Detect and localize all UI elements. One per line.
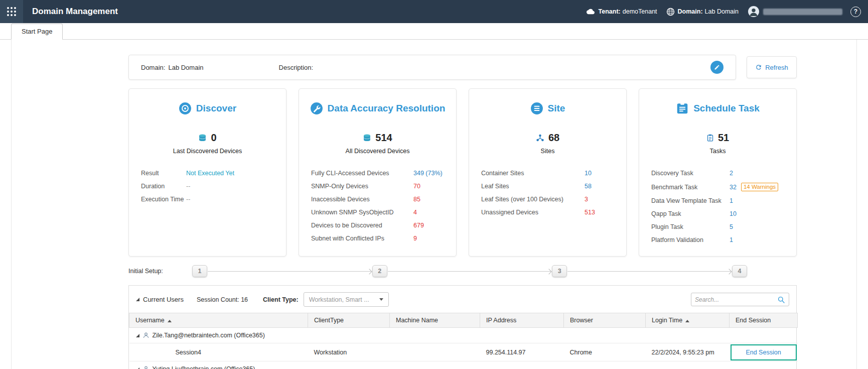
stat-row: Discovery Task2 [651,170,784,177]
data-accuracy-resolution-title[interactable]: Data Accuracy Resolution [299,102,456,115]
initial-setup-label: Initial Setup: [128,268,192,275]
help-icon[interactable]: ? [850,7,861,17]
group-username: Yuting.Liu@netbrain.com (Office365) [153,365,255,369]
client-type-dropdown[interactable]: Workstation, Smart ... [304,292,389,307]
stat-row: ResultNot Executed Yet [141,170,274,177]
discover-title[interactable]: Discover [129,102,286,115]
sort-asc-icon [168,320,172,322]
stat-label: Unknown SNMP SysObjectID [311,209,413,216]
step-badge-1[interactable]: 1 [192,265,207,277]
stat-value[interactable]: -- [186,183,190,190]
users-table-body: Zile.Tang@netbraintech.com (Office365)Se… [129,328,798,369]
user-group-row[interactable]: Zile.Tang@netbraintech.com (Office365) [129,328,798,343]
tenant-value: demoTenant [623,8,657,15]
stat-value[interactable]: 349 (73%) [413,170,443,177]
stat-value[interactable]: 1 [730,236,733,243]
stat-label: Benchmark Task [651,184,730,191]
metric-label: Last Discovered Devices [129,148,286,155]
stat-value[interactable]: 70 [413,183,420,190]
cell-machine-name [390,343,480,361]
sites-icon [536,134,544,142]
step-connector-arrow [208,271,372,272]
topbar-right: Tenant: demoTenant Domain: Lab Domain ? [586,6,868,18]
stat-value[interactable]: 9 [413,235,417,242]
session-count: Session Count: 16 [197,296,248,303]
stat-row: Subnet with Conflicted IPs9 [311,235,444,242]
column-header-username[interactable]: Username [129,313,308,328]
stat-row: Benchmark Task3214 Warnings [651,183,784,191]
current-users-title: Current Users [143,296,184,303]
column-header-end-session[interactable]: End Session [730,313,798,328]
collapse-triangle-icon[interactable] [136,334,139,337]
group-username: Zile.Tang@netbraintech.com (Office365) [153,332,265,339]
tab-label: Start Page [22,28,52,35]
refresh-button[interactable]: Refresh [747,56,797,78]
stat-row: Fully CLI-Accessed Devices349 (73%) [311,170,444,177]
step-badge-4[interactable]: 4 [732,265,747,277]
step-badge-3[interactable]: 3 [552,265,567,277]
domain-value: Lab Domain [705,8,739,15]
stat-value[interactable]: 2 [730,170,733,177]
edit-domain-button[interactable] [710,61,724,74]
metric-label: Sites [469,148,626,155]
collapse-triangle-icon[interactable] [136,367,139,369]
column-header-clienttype[interactable]: ClientType [308,313,390,328]
stat-value[interactable]: 679 [413,222,424,229]
tab-start-page[interactable]: Start Page [11,24,63,40]
column-header-login-time[interactable]: Login Time [646,313,730,328]
metric-label: All Discovered Devices [299,148,456,155]
stat-value[interactable]: 85 [413,196,420,203]
users-table: UsernameClientTypeMachine NameIP Address… [129,313,798,369]
stat-label: Leaf Sites [481,183,585,190]
site-title[interactable]: Site [469,102,626,115]
initial-setup-stepper: Initial Setup: 1234 [128,265,747,277]
stat-row: Data View Template Task1 [651,197,784,204]
stat-label: Devices to be Discovered [311,222,413,229]
user-group-row[interactable]: Yuting.Liu@netbrain.com (Office365) [129,361,798,369]
cards-row: Discover0Last Discovered DevicesResultNo… [128,88,797,257]
domain-info-bar: Domain: Lab Domain Description: [128,55,736,80]
step-badge-2[interactable]: 2 [372,265,387,277]
description-label: Description: [279,64,314,71]
current-users-header: Current Users Session Count: 16 Client T… [129,286,796,313]
end-session-button[interactable]: End Session [746,349,781,356]
stat-label: Result [141,170,186,177]
column-header-machine-name[interactable]: Machine Name [390,313,480,328]
stat-value[interactable]: -- [186,196,190,203]
page-content: Domain: Lab Domain Description: Refresh … [128,40,797,369]
stat-value[interactable]: 10 [585,170,592,177]
globe-icon [666,8,675,16]
section-collapse-icon[interactable] [136,298,139,301]
stat-value[interactable]: 5 [730,223,733,230]
stat-value[interactable]: 58 [585,183,592,190]
metric-value: 68 [548,132,559,144]
apps-grid-icon[interactable] [0,0,23,23]
column-header-browser[interactable]: Browser [564,313,646,328]
step-connector-arrow [388,271,552,272]
card-schedule-task: Schedule Task51TasksDiscovery Task2Bench… [639,88,797,257]
cloud-icon [586,8,596,16]
stat-value[interactable]: Not Executed Yet [186,170,234,177]
stat-value[interactable]: 32 [730,184,737,191]
user-email-redacted [763,9,842,15]
stat-value[interactable]: 1 [730,197,733,204]
cell-login-time: 22/2/2024, 9:55:23 pm [646,343,730,361]
user-icon [142,365,150,369]
stat-value[interactable]: 10 [730,210,737,217]
app-title: Domain Management [32,7,118,17]
column-header-ip-address[interactable]: IP Address [480,313,564,328]
stat-value[interactable]: 4 [413,209,417,216]
schedule-task-title[interactable]: Schedule Task [639,102,796,115]
search-input[interactable] [695,296,777,303]
stat-row: Unknown SNMP SysObjectID4 [311,209,444,216]
user-avatar-icon[interactable] [748,6,760,18]
stat-value[interactable]: 513 [585,209,595,216]
stat-value[interactable]: 3 [585,196,588,203]
warnings-badge[interactable]: 14 Warnings [741,183,778,191]
metric-value: 0 [211,132,216,144]
stat-label: Inaccessible Devices [311,196,413,203]
stat-row: Platform Validation1 [651,236,784,243]
metric-label: Tasks [639,148,796,155]
step-connector-arrow [567,271,732,272]
search-icon[interactable] [777,296,785,304]
